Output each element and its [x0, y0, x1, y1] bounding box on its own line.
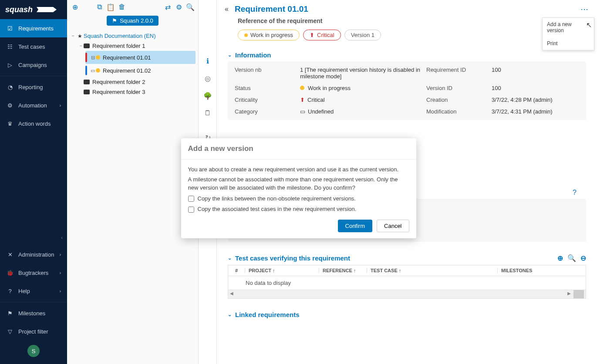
tree-project[interactable]: −★Squash Documentation (EN)	[70, 31, 196, 41]
more-menu-button[interactable]: ⋯	[580, 4, 589, 14]
nav-label: Automation	[18, 102, 47, 109]
add-icon[interactable]: ⊕	[71, 3, 79, 11]
subtitle: Reference of the requirement	[238, 17, 589, 24]
paste-icon[interactable]: 📋	[106, 3, 115, 11]
help-icon[interactable]: ?	[573, 189, 577, 197]
criticality-chip[interactable]: ⬆Critical	[303, 30, 341, 40]
checkbox-copy-links[interactable]	[188, 196, 194, 202]
status-dot-icon	[96, 55, 100, 60]
section-header[interactable]: ⌄Linked requirements	[228, 308, 586, 321]
svg-text:squash: squash	[5, 5, 33, 14]
nav-label: Project filter	[18, 328, 48, 335]
swap-icon[interactable]: ⇄	[163, 3, 172, 11]
tree-requirement-item[interactable]: ⊟Requirement 01.01	[85, 51, 196, 64]
nav-requirements[interactable]: ☑Requirements	[0, 19, 67, 37]
tree-folder[interactable]: −Requirement folder 1	[78, 41, 196, 51]
nav-automation[interactable]: ⚙Automation›	[0, 96, 67, 114]
expand-icon[interactable]: ▭	[90, 68, 96, 73]
nav-label: Help	[18, 288, 30, 294]
page-title: Requirement 01.01	[235, 4, 308, 14]
folder-icon	[84, 90, 90, 94]
modal-text: A milestone cannot be associated with mo…	[188, 176, 409, 192]
add-icon[interactable]: ⊕	[557, 254, 563, 262]
nav-label: Campaigns	[18, 62, 47, 68]
cancel-button[interactable]: Cancel	[377, 220, 409, 232]
section-testcases: ⌄Test cases verifying this requirement ⊕…	[227, 251, 587, 299]
tools-icon: ✕	[6, 250, 14, 258]
section-header[interactable]: ⌄Information	[228, 49, 586, 61]
nav-milestones[interactable]: ⚑Milestones	[0, 304, 67, 322]
chevron-right-icon: ›	[60, 103, 61, 108]
collapse-icon[interactable]: −	[71, 33, 76, 38]
section-information: ⌄Information Version nb 1 [The requireme…	[227, 48, 587, 120]
nav-label: Test cases	[18, 43, 45, 50]
checkbox-label: Copy the links between the non-obsolete …	[198, 195, 356, 203]
tree-folder[interactable]: Requirement folder 3	[78, 87, 196, 97]
note-tab-icon[interactable]: 🗒	[199, 104, 217, 122]
info-label: Requirement ID	[426, 67, 487, 73]
dropdown-add-version[interactable]: Add a new version	[543, 18, 594, 37]
nav-help[interactable]: ?Help›	[0, 282, 67, 300]
nav-bugtrackers[interactable]: 🐞Bugtrackers›	[0, 264, 67, 282]
tree-tab-icon[interactable]: 🌳	[199, 87, 217, 104]
status-chip[interactable]: Work in progress	[238, 30, 300, 40]
delete-icon[interactable]: 🗑	[118, 3, 126, 11]
back-button[interactable]: «	[225, 5, 229, 13]
nav-label: Reporting	[18, 84, 43, 90]
col-num[interactable]: #	[232, 268, 245, 273]
info-value: ⬆Critical	[300, 97, 422, 103]
tree-panel: ⊕ ⧉ 📋 🗑 ⇄ ⚙ 🔍 ⚑Squash 2.0.0 −★Squash Doc…	[67, 0, 199, 364]
tree-toolbar: ⊕ ⧉ 📋 🗑 ⇄ ⚙ 🔍	[67, 0, 198, 14]
info-label: Version ID	[426, 85, 487, 91]
help-icon: ?	[6, 287, 14, 295]
search-icon[interactable]: 🔍	[567, 254, 576, 262]
dropdown-print[interactable]: Print	[543, 37, 594, 50]
robot-icon: ⚙	[6, 101, 14, 109]
col-project[interactable]: PROJECT ↑	[245, 268, 319, 273]
nav-projectfilter[interactable]: ▽Project filter	[0, 322, 67, 341]
chevron-down-icon: ⌄	[228, 255, 232, 261]
nav-campaigns[interactable]: ▷Campaigns	[0, 56, 67, 74]
target-tab-icon[interactable]: ◎	[199, 70, 217, 87]
nav-label: Requirements	[18, 25, 54, 32]
section-header[interactable]: ⌄Test cases verifying this requirement ⊕…	[228, 251, 586, 265]
info-value: 3/7/22, 4:28 PM (admin)	[492, 97, 579, 103]
checkbox-copy-testcases[interactable]	[188, 207, 194, 213]
nav-testcases[interactable]: ☷Test cases	[0, 37, 67, 56]
expand-icon[interactable]: ⊟	[90, 55, 96, 60]
category-icon: ▭	[300, 108, 305, 115]
milestone-chip[interactable]: ⚑Squash 2.0.0	[107, 16, 159, 26]
tree-requirement-item[interactable]: ▭Requirement 01.02	[85, 64, 196, 77]
nav-label: Milestones	[18, 310, 45, 317]
info-label: Status	[235, 85, 296, 91]
nav-label: Action words	[18, 120, 51, 127]
version-chip[interactable]: Version 1	[344, 30, 381, 40]
confirm-button[interactable]: Confirm	[338, 220, 373, 232]
nav-administration[interactable]: ✕Administration›	[0, 245, 67, 264]
scrollbar[interactable]: ◀▶	[228, 290, 586, 299]
chevron-down-icon: ⌄	[228, 312, 232, 317]
flag-icon: ⚑	[6, 309, 14, 317]
nav-reporting[interactable]: ◔Reporting	[0, 78, 67, 96]
search-icon[interactable]: 🔍	[186, 3, 195, 11]
collapse-icon[interactable]: −	[78, 43, 84, 48]
info-label: Version nb	[235, 67, 296, 73]
milestone-label: Squash 2.0.0	[120, 17, 153, 24]
nav-actionwords[interactable]: ♛Action words	[0, 114, 67, 133]
info-tab-icon[interactable]: ℹ	[199, 52, 217, 70]
sidebar: squash ☑Requirements ☷Test cases ▷Campai…	[0, 0, 67, 364]
col-milestones[interactable]: MILESTONES	[497, 268, 582, 273]
folder-label: Requirement folder 1	[92, 43, 145, 49]
list-icon: ☷	[6, 43, 14, 50]
gear-icon[interactable]: ⚙	[175, 3, 183, 11]
col-reference[interactable]: REFERENCE ↑	[319, 268, 367, 273]
copy-icon[interactable]: ⧉	[95, 3, 104, 11]
sidebar-collapse[interactable]: ‹	[0, 232, 67, 243]
chevron-right-icon: ›	[60, 289, 61, 294]
requirement-label: Requirement 01.02	[103, 67, 151, 74]
remove-icon[interactable]: ⊖	[580, 254, 586, 262]
requirement-label: Requirement 01.01	[103, 54, 151, 61]
tree-folder[interactable]: Requirement folder 2	[78, 77, 196, 87]
col-testcase[interactable]: TEST CASE ↑	[367, 268, 497, 273]
avatar[interactable]: S	[27, 345, 40, 357]
